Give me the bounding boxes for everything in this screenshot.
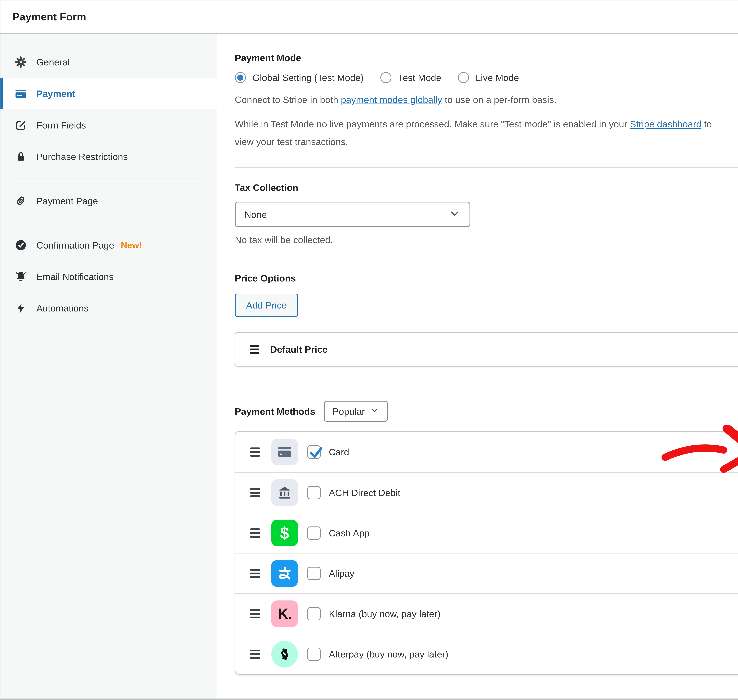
- select-value: None: [244, 209, 267, 220]
- help-text: to use on a per-form basis.: [442, 94, 557, 105]
- default-price-row[interactable]: Default Price: [235, 332, 738, 366]
- settings-sidebar: General Payment Form Fields Purchase Res…: [0, 34, 217, 699]
- drag-handle-icon[interactable]: [250, 528, 260, 538]
- payment-method-label: Cash App: [329, 528, 738, 538]
- radio-live-mode[interactable]: Live Mode: [458, 72, 519, 83]
- alipay-icon: [271, 560, 298, 587]
- paperclip-icon: [15, 195, 27, 207]
- cash-app-checkbox[interactable]: [307, 526, 321, 540]
- check-circle-icon: [15, 239, 27, 251]
- radio-selected-control[interactable]: [235, 72, 246, 83]
- card-method-icon: [271, 439, 298, 465]
- sidebar-divider: [14, 178, 203, 179]
- help-text: view your test transactions.: [235, 137, 348, 147]
- radio-control[interactable]: [458, 72, 469, 83]
- new-badge: New!: [121, 240, 142, 250]
- tax-collection-title: Tax Collection: [235, 182, 738, 193]
- sidebar-divider: [14, 223, 203, 223]
- afterpay-checkbox[interactable]: [307, 647, 321, 661]
- credit-card-icon: [15, 87, 27, 100]
- drag-handle-icon[interactable]: [250, 569, 260, 578]
- bell-icon: [15, 271, 27, 283]
- payment-method-row-afterpay: Afterpay (buy now, pay later): [235, 634, 738, 674]
- tax-help-text: No tax will be collected.: [235, 234, 738, 245]
- help-text: to: [701, 119, 712, 129]
- payment-method-row-alipay: Alipay: [235, 553, 738, 593]
- page-title: Payment Form: [13, 11, 86, 23]
- drag-handle-icon[interactable]: [250, 488, 260, 497]
- price-options-title: Price Options: [235, 273, 738, 284]
- sidebar-item-purchase-restrictions[interactable]: Purchase Restrictions: [0, 141, 217, 172]
- drag-handle-icon[interactable]: [250, 650, 260, 659]
- payment-method-label: Afterpay (buy now, pay later): [329, 649, 738, 660]
- stripe-dashboard-link[interactable]: Stripe dashboard: [630, 119, 701, 129]
- sidebar-item-confirmation-page[interactable]: Confirmation Page New!: [0, 229, 217, 261]
- payment-methods-list: Card ACH Direct Debit: [235, 431, 738, 675]
- payment-method-row-ach: ACH Direct Debit: [235, 472, 738, 512]
- radio-label: Test Mode: [398, 72, 441, 83]
- sidebar-item-label: Payment: [36, 88, 75, 99]
- sidebar-item-label: General: [36, 57, 70, 68]
- payment-method-row-cash-app: $ Cash App: [235, 513, 738, 553]
- add-price-button[interactable]: Add Price: [235, 294, 298, 317]
- sidebar-item-label: Email Notifications: [36, 271, 114, 282]
- bank-icon: [271, 479, 298, 506]
- payment-method-label: Klarna (buy now, pay later): [329, 609, 738, 619]
- filter-value: Popular: [333, 406, 365, 417]
- afterpay-icon: [271, 641, 298, 668]
- sidebar-item-general[interactable]: General: [0, 46, 217, 78]
- sidebar-item-form-fields[interactable]: Form Fields: [0, 109, 217, 141]
- sidebar-item-label: Confirmation Page: [36, 240, 114, 251]
- sidebar-item-label: Purchase Restrictions: [36, 151, 128, 162]
- radio-control[interactable]: [380, 72, 392, 83]
- help-text: Connect to Stripe in both: [235, 94, 341, 105]
- radio-global-setting[interactable]: Global Setting (Test Mode): [235, 72, 364, 83]
- default-price-label: Default Price: [270, 344, 738, 355]
- radio-label: Global Setting (Test Mode): [252, 72, 364, 83]
- drag-handle-icon[interactable]: [250, 447, 260, 457]
- bolt-icon: [15, 302, 27, 314]
- chevron-down-icon: [449, 207, 461, 222]
- header: Payment Form: [0, 0, 738, 34]
- sidebar-item-email-notifications[interactable]: Email Notifications: [0, 261, 217, 293]
- gear-icon: [15, 56, 27, 68]
- sidebar-item-payment-page[interactable]: Payment Page: [0, 185, 217, 217]
- sidebar-item-automations[interactable]: Automations: [0, 293, 217, 324]
- sidebar-item-label: Payment Page: [36, 196, 98, 206]
- help-text: While in Test Mode no live payments are …: [235, 119, 630, 129]
- sidebar-item-label: Automations: [36, 303, 88, 313]
- tax-collection-select[interactable]: None: [235, 202, 470, 227]
- section-divider: [235, 167, 738, 168]
- cash-app-icon: $: [271, 520, 298, 546]
- payment-mode-radios: Global Setting (Test Mode) Test Mode Liv…: [235, 72, 738, 83]
- edit-icon: [15, 119, 27, 131]
- klarna-checkbox[interactable]: [307, 607, 321, 621]
- payment-method-row-card: Card: [235, 432, 738, 472]
- settings-main-panel: Payment Mode Global Setting (Test Mode) …: [217, 34, 738, 699]
- payment-method-label: Alipay: [329, 568, 738, 579]
- payment-mode-help-1: Connect to Stripe in both payment modes …: [235, 92, 738, 107]
- payment-method-label: ACH Direct Debit: [329, 487, 738, 498]
- chevron-down-icon: [370, 406, 379, 417]
- klarna-icon: K.: [271, 600, 298, 627]
- sidebar-item-payment[interactable]: Payment: [0, 78, 217, 109]
- payment-method-label: Card: [329, 447, 738, 457]
- alipay-checkbox[interactable]: [307, 567, 321, 580]
- payment-form-window: Payment Form General: [0, 0, 738, 700]
- card-checkbox-checked[interactable]: [307, 446, 321, 459]
- radio-label: Live Mode: [475, 72, 519, 83]
- payment-mode-help-2: While in Test Mode no live payments are …: [235, 115, 738, 151]
- payment-mode-title: Payment Mode: [235, 53, 738, 63]
- radio-test-mode[interactable]: Test Mode: [380, 72, 442, 83]
- payment-method-row-klarna: K. Klarna (buy now, pay later): [235, 593, 738, 634]
- payment-modes-globally-link[interactable]: payment modes globally: [341, 94, 442, 105]
- sidebar-item-label: Form Fields: [36, 120, 86, 131]
- payment-methods-title: Payment Methods: [235, 406, 315, 417]
- drag-handle-icon[interactable]: [250, 609, 260, 618]
- drag-handle-icon[interactable]: [250, 345, 259, 354]
- lock-icon: [15, 151, 27, 163]
- payment-methods-filter[interactable]: Popular: [324, 401, 388, 422]
- ach-checkbox[interactable]: [307, 486, 321, 499]
